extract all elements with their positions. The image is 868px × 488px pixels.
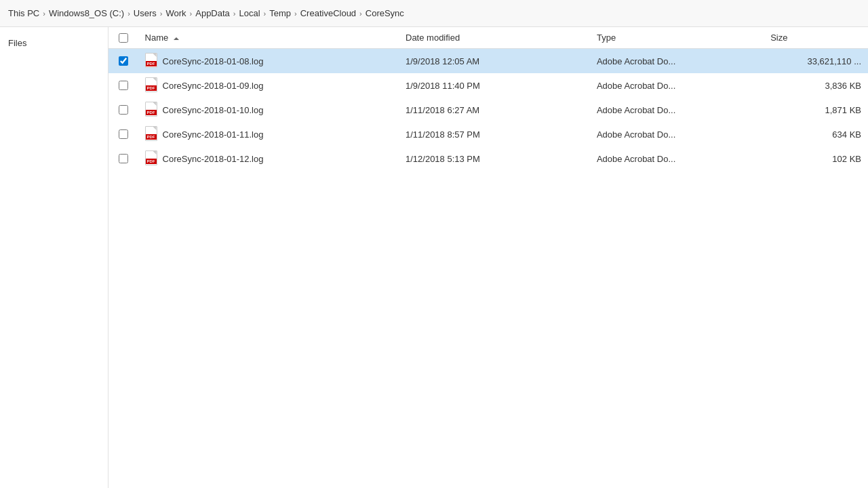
breadcrumb-separator-icon: › <box>190 9 193 18</box>
row-size-cell: 634 KB <box>764 122 868 146</box>
row-size-cell: 102 KB <box>764 146 868 171</box>
column-header-size[interactable]: Size <box>764 27 868 49</box>
breadcrumb-separator-icon: › <box>127 9 130 18</box>
file-table: Name Date modified Type Size <box>108 27 868 171</box>
select-all-header[interactable] <box>108 27 138 49</box>
pdf-file-icon: PDF <box>145 53 159 69</box>
select-all-checkbox[interactable] <box>119 33 128 43</box>
row-checkbox[interactable] <box>119 81 128 90</box>
main-layout: Files Name Date modified <box>0 27 868 488</box>
pdf-file-icon: PDF <box>145 102 159 118</box>
breadcrumb-separator-icon: › <box>359 9 362 18</box>
row-checkbox-cell[interactable] <box>108 122 138 146</box>
row-type-cell: Adobe Acrobat Do... <box>590 122 764 146</box>
row-name-cell[interactable]: PDF CoreSync-2018-01-10.log <box>138 98 399 122</box>
breadcrumb-separator-icon: › <box>43 9 45 18</box>
table-row[interactable]: PDF CoreSync-2018-01-10.log1/11/2018 6:2… <box>108 98 868 122</box>
row-checkbox[interactable] <box>119 154 128 163</box>
row-size-cell: 33,621,110 ... <box>764 49 868 74</box>
breadcrumb-separator-icon: › <box>160 9 163 18</box>
row-date-cell: 1/11/2018 6:27 AM <box>399 98 590 122</box>
row-type-cell: Adobe Acrobat Do... <box>590 49 764 74</box>
row-type-cell: Adobe Acrobat Do... <box>590 73 764 98</box>
column-header-name[interactable]: Name <box>138 27 399 49</box>
file-area[interactable]: Name Date modified Type Size <box>108 27 868 488</box>
column-header-date[interactable]: Date modified <box>399 27 590 49</box>
row-type-cell: Adobe Acrobat Do... <box>590 146 764 171</box>
pdf-file-icon: PDF <box>145 126 159 142</box>
breadcrumb-item-windows8[interactable]: Windows8_OS (C:) <box>49 8 124 18</box>
row-name-cell[interactable]: PDF CoreSync-2018-01-09.log <box>138 73 399 98</box>
file-name: CoreSync-2018-01-10.log <box>163 105 264 115</box>
file-name: CoreSync-2018-01-12.log <box>163 154 264 164</box>
breadcrumb-item-creativecloud[interactable]: CreativeCloud <box>300 8 356 18</box>
row-size-cell: 1,871 KB <box>764 98 868 122</box>
sidebar-files-label: Files <box>8 38 26 48</box>
file-name: CoreSync-2018-01-08.log <box>163 56 264 66</box>
pdf-file-icon: PDF <box>145 77 159 94</box>
row-name-cell[interactable]: PDF CoreSync-2018-01-11.log <box>138 122 399 146</box>
breadcrumb-item-coresync[interactable]: CoreSync <box>366 8 404 18</box>
row-checkbox-cell[interactable] <box>108 98 138 122</box>
breadcrumb-separator-icon: › <box>264 9 267 18</box>
row-checkbox[interactable] <box>119 129 128 139</box>
breadcrumb-item-this-pc[interactable]: This PC <box>8 8 39 18</box>
table-header-row: Name Date modified Type Size <box>108 27 868 49</box>
table-row[interactable]: PDF CoreSync-2018-01-09.log1/9/2018 11:4… <box>108 73 868 98</box>
row-name-cell[interactable]: PDF CoreSync-2018-01-08.log <box>138 49 399 74</box>
row-name-cell[interactable]: PDF CoreSync-2018-01-12.log <box>138 146 399 171</box>
breadcrumb-item-appdata[interactable]: AppData <box>195 8 230 18</box>
file-name: CoreSync-2018-01-09.log <box>163 81 264 91</box>
row-checkbox[interactable] <box>119 56 128 66</box>
breadcrumb-separator-icon: › <box>294 9 297 18</box>
breadcrumb-item-work[interactable]: Work <box>165 8 186 18</box>
table-row[interactable]: PDF CoreSync-2018-01-08.log1/9/2018 12:0… <box>108 49 868 74</box>
row-checkbox[interactable] <box>119 105 128 115</box>
row-size-cell: 3,836 KB <box>764 73 868 98</box>
breadcrumb-bar: This PC›Windows8_OS (C:)›Users›Work›AppD… <box>0 0 868 27</box>
row-checkbox-cell[interactable] <box>108 49 138 74</box>
row-date-cell: 1/9/2018 11:40 PM <box>399 73 590 98</box>
breadcrumb-separator-icon: › <box>233 9 236 18</box>
row-checkbox-cell[interactable] <box>108 73 138 98</box>
breadcrumb-item-users[interactable]: Users <box>134 8 157 18</box>
breadcrumb-item-local[interactable]: Local <box>239 8 260 18</box>
sort-indicator-icon <box>174 37 179 40</box>
row-checkbox-cell[interactable] <box>108 146 138 171</box>
column-header-type[interactable]: Type <box>590 27 764 49</box>
table-row[interactable]: PDF CoreSync-2018-01-11.log1/11/2018 8:5… <box>108 122 868 146</box>
pdf-file-icon: PDF <box>145 150 159 167</box>
row-date-cell: 1/11/2018 8:57 PM <box>399 122 590 146</box>
sidebar: Files <box>0 27 108 488</box>
row-type-cell: Adobe Acrobat Do... <box>590 98 764 122</box>
row-date-cell: 1/12/2018 5:13 PM <box>399 146 590 171</box>
table-row[interactable]: PDF CoreSync-2018-01-12.log1/12/2018 5:1… <box>108 146 868 171</box>
file-name: CoreSync-2018-01-11.log <box>163 129 264 140</box>
row-date-cell: 1/9/2018 12:05 AM <box>399 49 590 74</box>
breadcrumb-item-temp[interactable]: Temp <box>269 8 291 18</box>
